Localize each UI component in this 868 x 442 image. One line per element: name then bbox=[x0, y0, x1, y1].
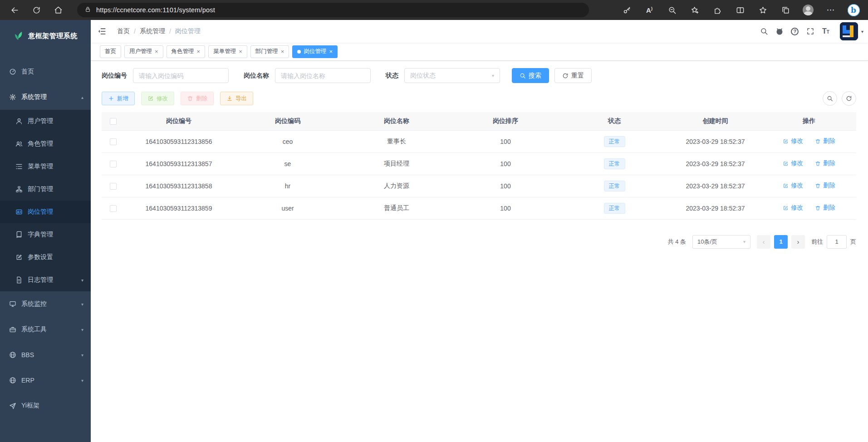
sidebar-item-erp[interactable]: ERP ▾ bbox=[0, 368, 91, 393]
table-tools bbox=[823, 91, 856, 106]
next-page-button[interactable]: › bbox=[791, 235, 805, 249]
tab-dept-mgmt[interactable]: 部门管理 × bbox=[250, 45, 289, 58]
row-checkbox[interactable] bbox=[110, 183, 117, 190]
users-icon bbox=[15, 140, 23, 147]
sidebar-item-monitor[interactable]: 系统监控 ▾ bbox=[0, 291, 91, 317]
sidebar-item-system[interactable]: 系统管理 ▴ bbox=[0, 84, 91, 110]
sidebar-item-tools[interactable]: 系统工具 ▾ bbox=[0, 317, 91, 342]
home-button[interactable] bbox=[47, 2, 69, 18]
font-size-icon[interactable]: TT bbox=[818, 20, 834, 43]
extensions-icon[interactable] bbox=[707, 2, 727, 18]
collections-icon[interactable] bbox=[775, 2, 795, 18]
pagination: 共 4 条 10条/页 ▾ ‹ 1 › 前往 页 bbox=[102, 235, 856, 249]
cell-post-sort: 100 bbox=[451, 152, 560, 175]
delete-button[interactable]: 删除 bbox=[181, 92, 214, 105]
refresh-table-button[interactable] bbox=[842, 91, 856, 106]
close-icon[interactable]: × bbox=[197, 48, 201, 55]
avatar[interactable] bbox=[840, 22, 858, 40]
tab-role-mgmt[interactable]: 角色管理 × bbox=[167, 45, 206, 58]
search-button[interactable]: 搜索 bbox=[512, 68, 549, 83]
tab-user-mgmt[interactable]: 用户管理 × bbox=[124, 45, 163, 58]
plus-icon bbox=[108, 95, 114, 102]
post-code-input[interactable] bbox=[133, 68, 229, 83]
edit-link[interactable]: 修改 bbox=[783, 137, 803, 145]
breadcrumb-home[interactable]: 首页 bbox=[117, 27, 130, 35]
sidebar-item-role-mgmt[interactable]: 角色管理 bbox=[0, 133, 91, 155]
close-icon[interactable]: × bbox=[329, 48, 333, 55]
sidebar-item-home[interactable]: 首页 bbox=[0, 59, 91, 84]
trash-icon bbox=[815, 138, 821, 144]
sidebar-item-user-mgmt[interactable]: 用户管理 bbox=[0, 110, 91, 133]
delete-link[interactable]: 删除 bbox=[815, 204, 835, 212]
export-button[interactable]: 导出 bbox=[220, 92, 253, 105]
close-icon[interactable]: × bbox=[239, 48, 242, 55]
sidebar-item-bbs[interactable]: BBS ▾ bbox=[0, 342, 91, 368]
page-size-select[interactable]: 10条/页 ▾ bbox=[692, 235, 750, 249]
edit-icon bbox=[147, 95, 154, 102]
edit-link[interactable]: 修改 bbox=[783, 204, 803, 212]
fullscreen-icon[interactable] bbox=[803, 20, 818, 43]
read-aloud-icon[interactable]: A) bbox=[639, 2, 659, 18]
header-search-icon[interactable] bbox=[756, 20, 772, 43]
delete-link[interactable]: 删除 bbox=[815, 182, 835, 190]
sidebar-item-dict-mgmt[interactable]: 字典管理 bbox=[0, 223, 91, 246]
edit-button[interactable]: 修改 bbox=[141, 92, 174, 105]
chevron-down-icon: ▾ bbox=[81, 378, 83, 383]
browser-profile-icon[interactable] bbox=[798, 2, 818, 18]
row-checkbox[interactable] bbox=[110, 205, 117, 212]
row-checkbox[interactable] bbox=[110, 138, 117, 145]
bing-icon[interactable]: b bbox=[843, 2, 863, 18]
url-text[interactable]: https://ccnetcore.com:1101/system/post bbox=[96, 6, 215, 14]
tab-home[interactable]: 首页 bbox=[100, 45, 121, 58]
github-icon[interactable] bbox=[772, 20, 787, 43]
prev-page-button[interactable]: ‹ bbox=[757, 235, 770, 249]
sidebar-item-dept-mgmt[interactable]: 部门管理 bbox=[0, 178, 91, 201]
status-select[interactable]: 岗位状态 ▾ bbox=[404, 68, 500, 83]
delete-link[interactable]: 删除 bbox=[815, 137, 835, 145]
app-logo[interactable]: 意框架管理系统 bbox=[0, 20, 91, 52]
select-all-checkbox[interactable] bbox=[110, 118, 117, 125]
tab-menu-mgmt[interactable]: 菜单管理 × bbox=[208, 45, 247, 58]
edit-icon bbox=[783, 138, 789, 144]
edit-link[interactable]: 修改 bbox=[783, 159, 803, 167]
help-icon[interactable]: ? bbox=[787, 20, 803, 43]
user-menu[interactable]: ▾ bbox=[840, 22, 863, 40]
favorites-icon[interactable] bbox=[753, 2, 773, 18]
toggle-search-button[interactable] bbox=[823, 91, 837, 106]
refresh-icon bbox=[846, 95, 852, 102]
address-bar[interactable]: https://ccnetcore.com:1101/system/post bbox=[77, 3, 589, 17]
status-badge: 正常 bbox=[604, 158, 625, 169]
table-row: 1641030593112313858 hr 人力资源 100 正常 2023-… bbox=[102, 175, 856, 197]
edit-link[interactable]: 修改 bbox=[783, 182, 803, 190]
add-button[interactable]: 新增 bbox=[102, 92, 135, 105]
breadcrumb-system[interactable]: 系统管理 bbox=[140, 27, 165, 35]
sidebar-item-yi-framework[interactable]: Yi框架 bbox=[0, 393, 91, 418]
zoom-icon[interactable] bbox=[662, 2, 682, 18]
cell-post-code: ceo bbox=[233, 130, 342, 152]
browser-settings-icon[interactable]: ⋯ bbox=[821, 2, 841, 18]
status-badge: 正常 bbox=[604, 203, 625, 214]
tab-post-mgmt[interactable]: 岗位管理 × bbox=[292, 45, 338, 58]
goto-page-input[interactable] bbox=[827, 235, 847, 249]
key-icon[interactable] bbox=[617, 2, 637, 18]
sidebar-item-post-mgmt[interactable]: 岗位管理 bbox=[0, 201, 91, 223]
back-button[interactable] bbox=[4, 2, 25, 18]
close-icon[interactable]: × bbox=[155, 48, 158, 55]
page-number-button[interactable]: 1 bbox=[774, 235, 788, 249]
sidebar-item-param-settings[interactable]: 参数设置 bbox=[0, 246, 91, 269]
refresh-button[interactable] bbox=[25, 2, 47, 18]
cell-post-name: 人力资源 bbox=[342, 175, 451, 197]
row-checkbox[interactable] bbox=[110, 161, 117, 167]
chevron-down-icon: ▾ bbox=[81, 278, 83, 283]
sidebar-item-log-mgmt[interactable]: 日志管理 ▾ bbox=[0, 269, 91, 291]
sidebar-fold-icon[interactable] bbox=[91, 20, 113, 43]
favorites-add-icon[interactable] bbox=[685, 2, 705, 18]
reset-button[interactable]: 重置 bbox=[554, 68, 592, 83]
post-name-input[interactable] bbox=[275, 68, 371, 83]
split-screen-icon[interactable] bbox=[730, 2, 750, 18]
user-icon bbox=[15, 118, 23, 125]
close-icon[interactable]: × bbox=[281, 48, 284, 55]
delete-link[interactable]: 删除 bbox=[815, 159, 835, 167]
status-badge: 正常 bbox=[604, 136, 625, 147]
sidebar-item-menu-mgmt[interactable]: 菜单管理 bbox=[0, 155, 91, 178]
